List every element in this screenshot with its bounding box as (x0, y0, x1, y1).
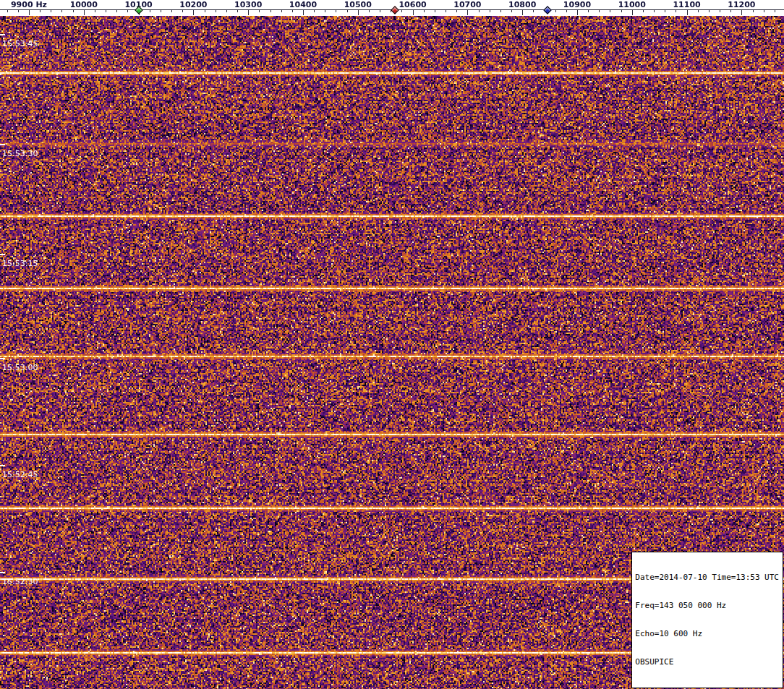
freq-minor-tick (40, 9, 41, 12)
freq-minor-tick (401, 9, 402, 12)
freq-minor-tick (500, 9, 501, 12)
freq-minor-tick (709, 9, 710, 12)
info-box: Date=2014-07-10 Time=13:53 UTC Freq=143 … (631, 552, 783, 688)
freq-minor-tick (182, 9, 183, 12)
freq-minor-tick (621, 9, 622, 12)
freq-tick-label: 11200 (728, 0, 755, 9)
blue-marker-diamond[interactable] (543, 6, 551, 14)
freq-minor-tick (424, 9, 425, 12)
freq-minor-tick (292, 9, 293, 12)
freq-minor-tick (511, 9, 512, 12)
freq-minor-tick (643, 9, 644, 12)
freq-minor-tick (106, 9, 106, 12)
freq-minor-tick (325, 9, 325, 12)
freq-minor-tick (588, 9, 589, 12)
freq-major-tick (687, 9, 688, 15)
freq-minor-tick (73, 9, 74, 12)
freq-minor-tick (654, 9, 655, 12)
freq-minor-tick (775, 9, 775, 12)
freq-minor-tick (753, 9, 754, 12)
freq-minor-tick (61, 9, 62, 12)
freq-tick-label: 10900 (563, 0, 591, 9)
freq-major-tick (358, 9, 359, 15)
freq-minor-tick (216, 9, 216, 12)
info-echo-frequency: Echo=10 600 Hz (635, 629, 779, 638)
freq-tick-label: 10200 (179, 0, 207, 9)
freq-major-tick (84, 9, 85, 15)
freq-major-tick (632, 9, 633, 15)
freq-minor-tick (7, 9, 8, 12)
freq-minor-tick (380, 9, 380, 12)
freq-tick-label: 10700 (453, 0, 481, 9)
freq-minor-tick (533, 9, 534, 12)
freq-minor-tick (720, 9, 720, 12)
freq-major-tick (303, 9, 304, 15)
freq-major-tick (522, 9, 523, 15)
freq-major-tick (193, 9, 194, 15)
freq-minor-tick (446, 9, 446, 12)
freq-tick-label: 11000 (618, 0, 646, 9)
freq-tick-label: 10500 (344, 0, 372, 9)
freq-minor-tick (95, 9, 95, 12)
freq-major-tick (413, 9, 414, 15)
freq-minor-tick (150, 9, 150, 12)
freq-minor-tick (730, 9, 731, 12)
freq-tick-label: 10400 (289, 0, 317, 9)
freq-minor-tick (259, 9, 260, 12)
freq-minor-tick (490, 9, 490, 12)
red-marker-diamond[interactable] (391, 6, 399, 14)
freq-major-tick (29, 9, 30, 15)
freq-major-tick (741, 9, 742, 15)
info-frequency: Freq=143 050 000 Hz (635, 601, 779, 610)
freq-tick-label: 10600 (399, 0, 426, 9)
freq-minor-tick (226, 9, 227, 12)
spectrogram-app: 9900 Hz100001010010200103001040010500106… (0, 0, 784, 689)
freq-minor-tick (698, 9, 699, 12)
freq-tick-label: 10000 (70, 0, 98, 9)
freq-minor-tick (336, 9, 336, 12)
freq-minor-tick (566, 9, 567, 12)
freq-minor-tick (764, 9, 764, 12)
freq-minor-tick (237, 9, 238, 12)
freq-minor-tick (435, 9, 435, 12)
freq-minor-tick (314, 9, 315, 12)
freq-minor-tick (205, 9, 205, 12)
freq-minor-tick (51, 9, 51, 12)
freq-tick-label: 11100 (673, 0, 700, 9)
freq-major-tick (248, 9, 249, 15)
freq-minor-tick (161, 9, 161, 12)
freq-tick-label: 9900 Hz (11, 0, 47, 9)
freq-tick-label: 10300 (234, 0, 262, 9)
freq-minor-tick (456, 9, 457, 12)
freq-minor-tick (676, 9, 676, 12)
freq-minor-tick (347, 9, 348, 12)
info-station-name: OBSUPICE (635, 657, 779, 667)
freq-major-tick (467, 9, 468, 15)
freq-minor-tick (171, 9, 172, 12)
freq-minor-tick (665, 9, 665, 12)
freq-minor-tick (127, 9, 128, 12)
freq-minor-tick (281, 9, 282, 12)
freq-minor-tick (270, 9, 271, 12)
freq-minor-tick (116, 9, 117, 12)
freq-minor-tick (599, 9, 600, 12)
freq-minor-tick (18, 9, 19, 12)
info-date-time: Date=2014-07-10 Time=13:53 UTC (635, 573, 779, 582)
frequency-axis[interactable]: 9900 Hz100001010010200103001040010500106… (0, 0, 784, 16)
freq-major-tick (577, 9, 578, 15)
freq-tick-label: 10800 (508, 0, 536, 9)
freq-minor-tick (555, 9, 556, 12)
freq-minor-tick (369, 9, 370, 12)
freq-minor-tick (479, 9, 480, 12)
freq-minor-tick (610, 9, 610, 12)
